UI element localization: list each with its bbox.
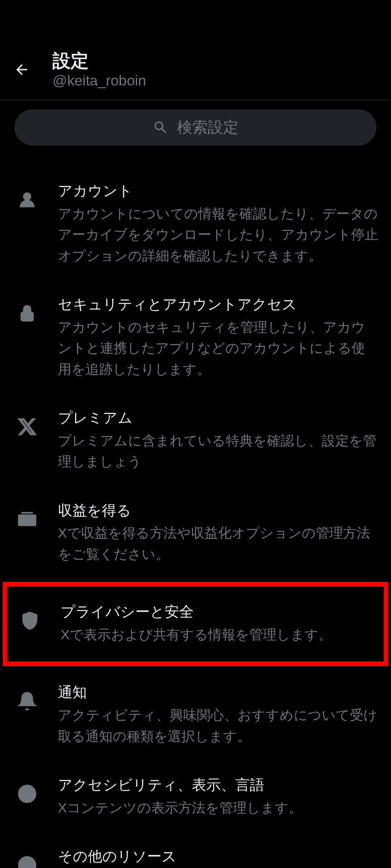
svg-point-7 [22,864,24,866]
svg-point-5 [26,788,29,791]
item-desc: アカウントのセキュリティを管理したり、アカウントと連携したアプリなどのアカウント… [58,317,378,380]
username: @keita_roboin [52,72,146,89]
lock-icon [9,303,45,323]
search-icon [153,119,169,136]
bell-icon [9,691,45,711]
search-input[interactable]: 検索設定 [14,109,377,146]
page-title: 設定 [52,50,146,71]
item-title: 通知 [58,683,378,702]
svg-point-8 [26,864,28,866]
item-desc: Xで収益を得る方法や収益化オプションの管理方法をご覧ください。 [58,523,378,565]
x-logo-icon [9,417,45,437]
item-desc: アクティビティ、興味関心、おすすめについて受け取る通知の種類を選択します。 [58,705,378,747]
svg-point-0 [24,193,31,200]
money-icon [9,509,45,529]
item-desc: アカウントについての情報を確認したり、データのアーカイブをダウンロードしたり、ア… [58,203,378,267]
back-button[interactable] [13,61,31,79]
header-titles: 設定 @keita_roboin [52,50,146,89]
item-title: アカウント [58,182,378,201]
settings-list: アカウント アカウントについての情報を確認したり、データのアーカイブをダウンロー… [0,167,391,868]
settings-item-resources[interactable]: その他のリソース その他の資料でXの商品やサービスの詳細を確認で [0,833,391,868]
person-icon [9,190,45,210]
settings-item-security[interactable]: セキュリティとアカウントアクセス アカウントのセキュリティを管理したり、アカウン… [0,281,391,394]
item-title: アクセシビリティ、表示、言語 [58,776,378,795]
svg-rect-1 [21,312,33,321]
settings-item-accessibility[interactable]: アクセシビリティ、表示、言語 Xコンテンツの表示方法を管理します。 [0,761,391,833]
search-placeholder: 検索設定 [177,117,238,138]
shield-check-icon [12,611,48,631]
item-desc: プレミアムに含まれている特典を確認し、設定を管理しましょう [58,430,378,472]
settings-item-premium[interactable]: プレミアム プレミアムに含まれている特典を確認し、設定を管理しましょう [0,394,391,487]
arrow-left-icon [14,61,30,78]
item-desc: Xで表示および共有する情報を管理します。 [61,624,376,646]
item-desc: Xコンテンツの表示方法を管理します。 [58,797,378,819]
item-title: セキュリティとアカウントアクセス [58,295,378,314]
settings-item-privacy[interactable]: プライバシーと安全 Xで表示および共有する情報を管理します。 [3,582,388,666]
item-title: その他のリソース [58,847,378,866]
item-title: プレミアム [58,409,378,428]
svg-point-3 [25,518,29,522]
more-horizontal-icon [9,855,45,868]
item-title: 収益を得る [58,501,378,520]
header: 設定 @keita_roboin [0,0,391,100]
accessibility-icon [9,784,45,804]
svg-point-9 [30,864,32,866]
settings-item-notifications[interactable]: 通知 アクティビティ、興味関心、おすすめについて受け取る通知の種類を選択します。 [0,669,391,761]
settings-item-monetization[interactable]: 収益を得る Xで収益を得る方法や収益化オプションの管理方法をご覧ください。 [0,487,391,580]
settings-item-account[interactable]: アカウント アカウントについての情報を確認したり、データのアーカイブをダウンロー… [0,167,391,281]
item-title: プライバシーと安全 [61,603,376,622]
